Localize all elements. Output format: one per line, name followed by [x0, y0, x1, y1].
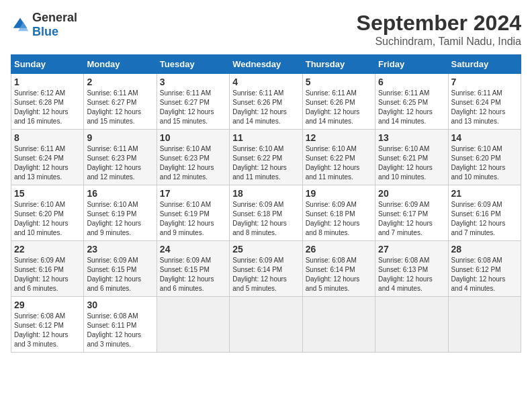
day-number: 27: [378, 244, 445, 255]
calendar-cell: 19 Sunrise: 6:09 AMSunset: 6:18 PMDaylig…: [302, 185, 375, 241]
calendar-cell: 9 Sunrise: 6:11 AMSunset: 6:23 PMDayligh…: [84, 130, 157, 185]
day-number: 19: [306, 188, 372, 199]
calendar-cell: 22 Sunrise: 6:09 AMSunset: 6:16 PMDaylig…: [11, 241, 84, 297]
day-info: Sunrise: 6:12 AMSunset: 6:28 PMDaylight:…: [14, 89, 81, 126]
calendar-cell: 11 Sunrise: 6:10 AMSunset: 6:22 PMDaylig…: [230, 130, 302, 185]
day-number: 22: [14, 244, 81, 255]
day-number: 9: [87, 132, 153, 143]
day-number: 2: [87, 77, 153, 87]
day-number: 25: [232, 244, 299, 255]
day-info: Sunrise: 6:10 AMSunset: 6:22 PMDaylight:…: [306, 144, 372, 182]
day-number: 21: [451, 188, 518, 199]
calendar-cell: 1 Sunrise: 6:12 AMSunset: 6:28 PMDayligh…: [11, 74, 84, 130]
calendar-week-row: 8 Sunrise: 6:11 AMSunset: 6:24 PMDayligh…: [11, 130, 521, 185]
calendar-cell: [302, 297, 375, 353]
day-info: Sunrise: 6:08 AMSunset: 6:12 PMDaylight:…: [14, 312, 81, 349]
day-info: Sunrise: 6:08 AMSunset: 6:14 PMDaylight:…: [306, 256, 372, 293]
day-number: 17: [160, 188, 226, 199]
calendar-cell: 28 Sunrise: 6:08 AMSunset: 6:12 PMDaylig…: [448, 241, 521, 297]
day-number: 29: [14, 300, 81, 310]
calendar-cell: 2 Sunrise: 6:11 AMSunset: 6:27 PMDayligh…: [84, 74, 157, 130]
day-number: 3: [160, 77, 226, 87]
calendar-cell: 4 Sunrise: 6:11 AMSunset: 6:26 PMDayligh…: [230, 74, 302, 130]
calendar-week-row: 29 Sunrise: 6:08 AMSunset: 6:12 PMDaylig…: [11, 297, 521, 353]
calendar-cell: 17 Sunrise: 6:10 AMSunset: 6:19 PMDaylig…: [157, 185, 229, 241]
calendar-cell: 27 Sunrise: 6:08 AMSunset: 6:13 PMDaylig…: [375, 241, 448, 297]
day-number: 28: [451, 244, 518, 255]
day-number: 5: [306, 77, 372, 87]
day-info: Sunrise: 6:10 AMSunset: 6:20 PMDaylight:…: [14, 200, 81, 238]
day-number: 15: [14, 188, 81, 199]
day-info: Sunrise: 6:11 AMSunset: 6:23 PMDaylight:…: [87, 144, 153, 182]
day-number: 26: [306, 244, 372, 255]
column-header-saturday: Saturday: [448, 55, 521, 74]
day-info: Sunrise: 6:11 AMSunset: 6:26 PMDaylight:…: [232, 89, 299, 126]
calendar-cell: 7 Sunrise: 6:11 AMSunset: 6:24 PMDayligh…: [448, 74, 521, 130]
column-header-friday: Friday: [375, 55, 448, 74]
day-info: Sunrise: 6:10 AMSunset: 6:22 PMDaylight:…: [232, 144, 299, 182]
calendar-cell: [448, 297, 521, 353]
calendar-cell: 15 Sunrise: 6:10 AMSunset: 6:20 PMDaylig…: [11, 185, 84, 241]
calendar-week-row: 22 Sunrise: 6:09 AMSunset: 6:16 PMDaylig…: [11, 241, 521, 297]
day-info: Sunrise: 6:09 AMSunset: 6:15 PMDaylight:…: [87, 256, 153, 293]
calendar-week-row: 15 Sunrise: 6:10 AMSunset: 6:20 PMDaylig…: [11, 185, 521, 241]
day-info: Sunrise: 6:09 AMSunset: 6:15 PMDaylight:…: [160, 256, 226, 293]
day-number: 8: [14, 132, 81, 143]
day-info: Sunrise: 6:08 AMSunset: 6:11 PMDaylight:…: [87, 312, 153, 349]
page-header: General Blue September 2024 Suchindram, …: [11, 11, 521, 48]
calendar-cell: 3 Sunrise: 6:11 AMSunset: 6:27 PMDayligh…: [157, 74, 229, 130]
day-info: Sunrise: 6:09 AMSunset: 6:18 PMDaylight:…: [232, 200, 299, 238]
day-info: Sunrise: 6:09 AMSunset: 6:14 PMDaylight:…: [232, 256, 299, 293]
day-info: Sunrise: 6:11 AMSunset: 6:27 PMDaylight:…: [160, 89, 226, 126]
calendar-cell: 13 Sunrise: 6:10 AMSunset: 6:21 PMDaylig…: [375, 130, 448, 185]
calendar-cell: 20 Sunrise: 6:09 AMSunset: 6:17 PMDaylig…: [375, 185, 448, 241]
day-number: 11: [232, 132, 299, 143]
calendar-header: SundayMondayTuesdayWednesdayThursdayFrid…: [11, 55, 521, 74]
calendar-cell: [375, 297, 448, 353]
day-info: Sunrise: 6:11 AMSunset: 6:26 PMDaylight:…: [306, 89, 372, 126]
calendar-subtitle: Suchindram, Tamil Nadu, India: [357, 36, 521, 48]
column-header-wednesday: Wednesday: [230, 55, 302, 74]
column-header-sunday: Sunday: [11, 55, 84, 74]
calendar-cell: 8 Sunrise: 6:11 AMSunset: 6:24 PMDayligh…: [11, 130, 84, 185]
column-header-tuesday: Tuesday: [157, 55, 229, 74]
calendar-cell: 24 Sunrise: 6:09 AMSunset: 6:15 PMDaylig…: [157, 241, 229, 297]
calendar-cell: 5 Sunrise: 6:11 AMSunset: 6:26 PMDayligh…: [302, 74, 375, 130]
calendar-cell: [230, 297, 302, 353]
calendar-cell: 14 Sunrise: 6:10 AMSunset: 6:20 PMDaylig…: [448, 130, 521, 185]
day-info: Sunrise: 6:11 AMSunset: 6:27 PMDaylight:…: [87, 89, 153, 126]
calendar-cell: 12 Sunrise: 6:10 AMSunset: 6:22 PMDaylig…: [302, 130, 375, 185]
logo: General Blue: [11, 11, 77, 39]
day-number: 7: [451, 77, 518, 87]
day-number: 16: [87, 188, 153, 199]
day-number: 24: [160, 244, 226, 255]
day-number: 14: [451, 132, 518, 143]
day-info: Sunrise: 6:09 AMSunset: 6:18 PMDaylight:…: [306, 200, 372, 238]
logo-icon: [11, 15, 30, 34]
calendar-week-row: 1 Sunrise: 6:12 AMSunset: 6:28 PMDayligh…: [11, 74, 521, 130]
column-header-thursday: Thursday: [302, 55, 375, 74]
calendar-cell: 18 Sunrise: 6:09 AMSunset: 6:18 PMDaylig…: [230, 185, 302, 241]
calendar-title: September 2024: [357, 11, 521, 36]
column-header-monday: Monday: [84, 55, 157, 74]
calendar-cell: [157, 297, 229, 353]
logo-text: General Blue: [32, 11, 77, 39]
day-info: Sunrise: 6:11 AMSunset: 6:24 PMDaylight:…: [451, 89, 518, 126]
day-number: 1: [14, 77, 81, 87]
day-info: Sunrise: 6:10 AMSunset: 6:19 PMDaylight:…: [87, 200, 153, 238]
day-info: Sunrise: 6:11 AMSunset: 6:24 PMDaylight:…: [14, 144, 81, 182]
day-number: 20: [378, 188, 445, 199]
calendar-cell: 25 Sunrise: 6:09 AMSunset: 6:14 PMDaylig…: [230, 241, 302, 297]
calendar-table: SundayMondayTuesdayWednesdayThursdayFrid…: [11, 54, 521, 353]
day-number: 4: [232, 77, 299, 87]
day-number: 23: [87, 244, 153, 255]
calendar-cell: 10 Sunrise: 6:10 AMSunset: 6:23 PMDaylig…: [157, 130, 229, 185]
title-block: September 2024 Suchindram, Tamil Nadu, I…: [357, 11, 521, 48]
day-info: Sunrise: 6:08 AMSunset: 6:13 PMDaylight:…: [378, 256, 445, 293]
calendar-cell: 26 Sunrise: 6:08 AMSunset: 6:14 PMDaylig…: [302, 241, 375, 297]
day-info: Sunrise: 6:10 AMSunset: 6:21 PMDaylight:…: [378, 144, 445, 182]
day-info: Sunrise: 6:09 AMSunset: 6:16 PMDaylight:…: [14, 256, 81, 293]
day-number: 30: [87, 300, 153, 310]
calendar-cell: 21 Sunrise: 6:09 AMSunset: 6:16 PMDaylig…: [448, 185, 521, 241]
calendar-cell: 29 Sunrise: 6:08 AMSunset: 6:12 PMDaylig…: [11, 297, 84, 353]
